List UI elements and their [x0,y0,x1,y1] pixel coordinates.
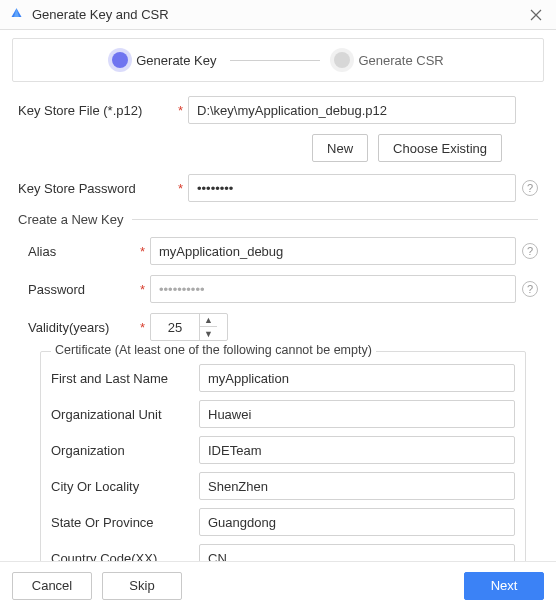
city-input[interactable] [199,472,515,500]
step-generate-csr: Generate CSR [334,52,443,68]
state-input[interactable] [199,508,515,536]
skip-button[interactable]: Skip [102,572,182,600]
organization-label: Organization [51,443,199,458]
titlebar: Generate Key and CSR [0,0,556,30]
org-unit-input[interactable] [199,400,515,428]
next-button[interactable]: Next [464,572,544,600]
keystore-password-label: Key Store Password [18,181,178,196]
city-label: City Or Locality [51,479,199,494]
alias-input[interactable] [150,237,516,265]
alias-label: Alias [28,244,140,259]
step-label: Generate CSR [358,53,443,68]
keystore-password-input[interactable] [188,174,516,202]
spinner-up-icon[interactable]: ▲ [200,314,217,327]
first-last-name-label: First and Last Name [51,371,199,386]
required-asterisk: * [140,282,150,297]
required-asterisk: * [178,181,188,196]
window-title: Generate Key and CSR [32,7,524,22]
required-asterisk: * [140,244,150,259]
validity-label: Validity(years) [28,320,140,335]
dialog-footer: Cancel Skip Next [0,561,556,609]
section-title: Create a New Key [18,212,124,227]
step-active-icon [112,52,128,68]
create-new-key-section: Create a New Key [18,212,538,227]
required-asterisk: * [178,103,188,118]
key-password-label: Password [28,282,140,297]
app-logo-icon [8,7,24,23]
help-icon[interactable]: ? [522,281,538,297]
organization-input[interactable] [199,436,515,464]
validity-input[interactable] [151,314,199,340]
keystore-file-label: Key Store File (*.p12) [18,103,178,118]
org-unit-label: Organizational Unit [51,407,199,422]
help-icon[interactable]: ? [522,243,538,259]
step-connector [230,60,320,61]
validity-stepper[interactable]: ▲ ▼ [150,313,228,341]
spinner-down-icon[interactable]: ▼ [200,327,217,340]
required-asterisk: * [140,320,150,335]
help-icon[interactable]: ? [522,180,538,196]
step-label: Generate Key [136,53,216,68]
close-icon[interactable] [524,3,548,27]
new-button[interactable]: New [312,134,368,162]
certificate-group: Certificate (At least one of the followi… [40,351,526,585]
wizard-stepper: Generate Key Generate CSR [12,38,544,82]
choose-existing-button[interactable]: Choose Existing [378,134,502,162]
certificate-legend: Certificate (At least one of the followi… [51,343,376,357]
key-password-input[interactable] [150,275,516,303]
state-label: State Or Province [51,515,199,530]
keystore-file-input[interactable] [188,96,516,124]
cancel-button[interactable]: Cancel [12,572,92,600]
step-generate-key: Generate Key [112,52,216,68]
first-last-name-input[interactable] [199,364,515,392]
step-inactive-icon [334,52,350,68]
